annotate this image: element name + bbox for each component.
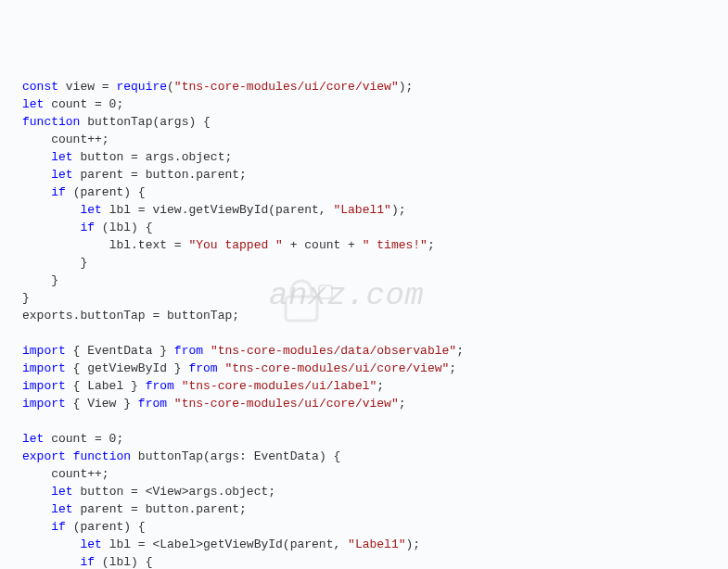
code-token: } [22, 291, 30, 305]
code-line: let button = args.object; [4, 148, 724, 166]
keyword-token: import [22, 344, 66, 358]
string-token: "tns-core-modules/ui/core/view" [174, 397, 399, 411]
code-token [203, 344, 211, 358]
keyword-token: if [51, 520, 66, 534]
code-token: view = [58, 80, 116, 94]
code-token: (lbl) { [95, 555, 152, 569]
code-line: import { View } from "tns-core-modules/u… [4, 395, 724, 412]
code-line: import { Label } from "tns-core-modules/… [4, 377, 724, 395]
string-token: "Label1" [348, 537, 405, 551]
code-line: count++; [4, 465, 724, 483]
code-token: (lbl) { [95, 221, 152, 234]
code-line: let lbl = view.getViewById(parent, "Labe… [4, 201, 724, 219]
code-token: buttonTap(args: EventData) { [131, 449, 340, 463]
string-token: "tns-core-modules/ui/core/view" [174, 80, 399, 94]
code-line: let parent = button.parent; [4, 166, 724, 183]
string-token: "You tapped " [188, 238, 282, 252]
code-token: ); [406, 537, 421, 551]
keyword-token: function [22, 115, 80, 129]
code-line: let parent = button.parent; [4, 500, 724, 518]
code-line: if (lbl) { [4, 553, 724, 569]
keyword-token: if [51, 185, 66, 199]
code-line: if (parent) { [4, 518, 724, 536]
code-token: count++; [51, 467, 109, 481]
string-token: "Label1" [333, 203, 390, 217]
code-token: lbl = view.getViewById(parent, [102, 203, 334, 217]
code-token: ; [399, 397, 406, 411]
code-line: let lbl = <Label>getViewById(parent, "La… [4, 536, 724, 553]
code-token: buttonTap(args) { [80, 115, 210, 129]
keyword-token: import [22, 361, 66, 375]
code-token: { EventData } [66, 344, 174, 358]
code-line: count++; [4, 131, 724, 148]
code-token: { View } [66, 397, 138, 411]
code-token: ); [391, 203, 406, 217]
code-token: + count + [283, 238, 363, 252]
keyword-token: function [73, 449, 131, 463]
code-line: exports.buttonTap = buttonTap; [4, 307, 724, 324]
code-token: lbl.text = [109, 238, 189, 252]
keyword-token: import [22, 379, 66, 393]
keyword-token: const [22, 80, 58, 94]
keyword-token: let [51, 150, 72, 164]
code-token: ); [399, 80, 414, 94]
code-line: const view = require("tns-core-modules/u… [4, 78, 724, 95]
code-line: } [4, 289, 724, 307]
code-token: { Label } [66, 379, 146, 393]
code-token: count = 0; [44, 432, 123, 446]
keyword-token: import [22, 397, 66, 411]
code-line: import { EventData } from "tns-core-modu… [4, 342, 724, 360]
keyword-token: let [51, 485, 72, 499]
keyword-token: from [188, 361, 217, 375]
string-token: " times!" [363, 238, 428, 252]
keyword-token: let [22, 432, 44, 446]
code-token: count++; [51, 133, 109, 146]
code-token: (parent) { [66, 185, 146, 199]
code-line: let count = 0; [4, 430, 724, 448]
code-token: (parent) { [66, 520, 146, 534]
keyword-token: let [80, 203, 101, 217]
code-token: ; [428, 238, 435, 252]
code-line: if (lbl) { [4, 219, 724, 236]
keyword-token: let [22, 97, 44, 111]
code-token: ; [449, 361, 456, 375]
keyword-token: export [22, 449, 66, 463]
code-line: function buttonTap(args) { [4, 113, 724, 131]
code-line: import { getViewById } from "tns-core-mo… [4, 360, 724, 377]
code-token [66, 449, 73, 463]
code-token [174, 379, 182, 393]
code-line: } [4, 254, 724, 272]
code-line [4, 412, 724, 430]
code-line: } [4, 272, 724, 289]
code-token: { getViewById } [66, 361, 189, 375]
keyword-token: let [51, 502, 72, 516]
code-token: ; [456, 344, 464, 358]
code-line: let button = <View>args.object; [4, 483, 724, 500]
keyword-token: from [146, 379, 174, 393]
code-token [167, 397, 174, 411]
code-token: ( [167, 80, 174, 94]
code-token: } [80, 256, 87, 270]
keyword-token: require [116, 80, 167, 94]
code-token: exports.buttonTap = buttonTap; [22, 309, 239, 322]
code-line: let count = 0; [4, 95, 724, 113]
code-token: count = 0; [44, 97, 123, 111]
code-line [4, 324, 724, 342]
code-token: button = <View>args.object; [73, 485, 275, 499]
keyword-token: let [80, 537, 101, 551]
code-token: parent = button.parent; [73, 168, 247, 182]
string-token: "tns-core-modules/data/observable" [211, 344, 456, 358]
code-block: const view = require("tns-core-modules/u… [4, 78, 724, 569]
string-token: "tns-core-modules/ui/core/view" [224, 361, 449, 375]
string-token: "tns-core-modules/ui/label" [182, 379, 377, 393]
code-line: export function buttonTap(args: EventDat… [4, 448, 724, 465]
code-token: } [51, 273, 58, 287]
code-token: lbl = <Label>getViewById(parent, [102, 537, 348, 551]
keyword-token: if [80, 221, 95, 234]
keyword-token: from [174, 344, 203, 358]
keyword-token: from [138, 397, 167, 411]
code-line: lbl.text = "You tapped " + count + " tim… [4, 236, 724, 254]
code-token: ; [377, 379, 384, 393]
code-line: if (parent) { [4, 183, 724, 201]
keyword-token: if [80, 555, 95, 569]
